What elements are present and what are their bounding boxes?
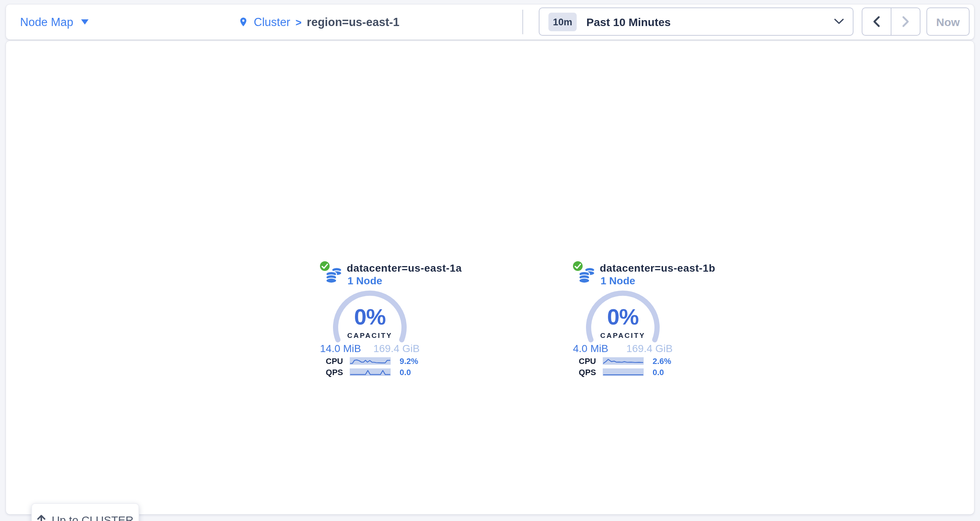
capacity-values-row: 4.0 MiB 169.4 GiB [573,343,673,354]
header-bar: Node Map Cluster > region=us-east-1 10m … [6,5,974,40]
cpu-value: 2.6% [651,357,695,365]
breadcrumb-cluster-link[interactable]: Cluster [254,15,290,29]
datacenter-node-count: 1 Node [600,275,635,287]
now-button[interactable]: Now [926,8,970,36]
caret-down-icon [81,19,88,25]
chevron-left-icon [873,16,880,27]
qps-value: 0.0 [651,368,695,377]
cpu-metric-row: CPU 2.6% [563,357,682,364]
capacity-percent: 0% [585,304,660,330]
header-divider [522,10,523,34]
datacenter-title: datacenter=us-east-1a [347,262,462,274]
cpu-label: CPU [563,357,596,365]
cpu-label: CPU [310,357,343,365]
time-range-label: Past 10 Minutes [586,15,824,28]
datacenter-widget-us-east-1b[interactable]: datacenter=us-east-1b 1 Node 0% CAPACITY… [563,260,682,383]
qps-label: QPS [563,368,596,377]
cpu-sparkline [603,357,644,365]
time-range-badge: 10m [549,12,577,31]
datacenter-node-count: 1 Node [347,275,382,287]
qps-sparkline [350,368,391,376]
capacity-total: 169.4 GiB [626,343,673,354]
qps-sparkline [603,368,644,376]
view-selector-dropdown[interactable]: Node Map [20,5,88,40]
capacity-percent: 0% [332,304,407,330]
time-next-button[interactable] [891,8,920,35]
cpu-value: 9.2% [397,357,442,365]
qps-metric-row: QPS 0.0 [310,368,430,375]
datacenter-widget-us-east-1a[interactable]: datacenter=us-east-1a 1 Node 0% CAPACITY… [310,260,430,383]
breadcrumb: Cluster > region=us-east-1 [238,5,399,40]
view-selector-label: Node Map [20,15,73,29]
up-to-cluster-label: Up to CLUSTER [52,513,134,521]
cpu-sparkline [350,357,391,365]
capacity-used: 14.0 MiB [320,343,361,354]
datacenter-title: datacenter=us-east-1b [600,262,716,274]
healthy-check-icon [320,261,329,271]
cpu-metric-row: CPU 9.2% [310,357,430,364]
chevron-down-icon [834,19,844,25]
metrics-block: CPU 2.6% QPS 0.0 [563,357,682,379]
map-pin-icon [238,16,248,28]
qps-metric-row: QPS 0.0 [563,368,682,375]
now-button-label: Now [936,15,959,28]
node-map-canvas: datacenter=us-east-1a 1 Node 0% CAPACITY… [6,41,974,514]
breadcrumb-separator: > [296,16,301,28]
capacity-values-row: 14.0 MiB 169.4 GiB [320,343,420,354]
breadcrumb-current-region: region=us-east-1 [307,15,399,29]
healthy-check-icon [573,261,583,271]
metrics-block: CPU 9.2% QPS 0.0 [310,357,430,379]
up-to-cluster-button[interactable]: Up to CLUSTER [31,503,139,521]
capacity-caption: CAPACITY [332,331,407,339]
capacity-total: 169.4 GiB [373,343,420,354]
arrow-up-icon [37,514,46,521]
time-nav-group [862,8,921,36]
qps-value: 0.0 [397,368,442,377]
capacity-caption: CAPACITY [585,331,660,339]
qps-label: QPS [310,368,343,377]
time-range-dropdown[interactable]: 10m Past 10 Minutes [539,8,853,36]
chevron-right-icon [902,16,909,27]
node-map-page: Node Map Cluster > region=us-east-1 10m … [0,0,980,521]
capacity-used: 4.0 MiB [573,343,608,354]
time-prev-button[interactable] [862,8,891,35]
